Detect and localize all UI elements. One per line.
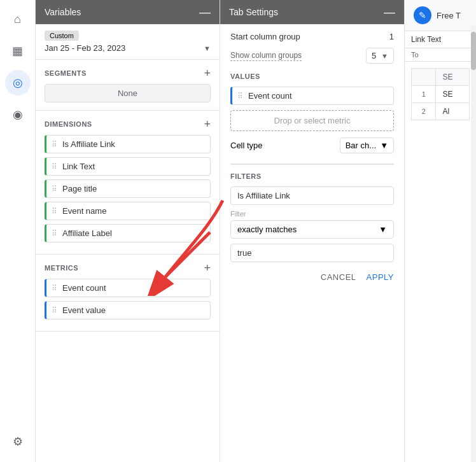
drag-handle-icon: ⠿ <box>52 207 57 216</box>
drag-handle-icon: ⠿ <box>52 140 57 149</box>
table-row: 2 Al <box>412 103 470 120</box>
cell-type-select[interactable]: Bar ch... ▼ <box>340 137 394 153</box>
apply-button[interactable]: APPLY <box>367 272 394 282</box>
dimension-item-0[interactable]: ⠿ Is Affiliate Link <box>45 135 211 153</box>
dimensions-section: DIMENSIONS + ⠿ Is Affiliate Link ⠿ Link … <box>36 111 220 255</box>
segments-section: SEGMENTS + None <box>36 60 220 111</box>
dimension-label-0: Is Affiliate Link <box>62 139 115 149</box>
chart-icon[interactable]: ▦ <box>5 38 31 64</box>
drag-handle-icon: ⠿ <box>52 162 57 171</box>
filter-operator-value: exactly matches <box>237 225 297 234</box>
filters-section: FILTERS Is Affiliate Link Filter exactly… <box>230 164 394 282</box>
scrollbar-thumb[interactable] <box>471 32 476 70</box>
segments-header: SEGMENTS + <box>45 67 211 79</box>
metric-label-1: Event value <box>62 305 106 315</box>
link-text-label: Link Text <box>405 31 476 48</box>
dimension-item-2[interactable]: ⠿ Page title <box>45 179 211 198</box>
metric-label-0: Event count <box>62 283 106 293</box>
date-range-text: Jan 25 - Feb 23, 2023 <box>45 43 125 53</box>
drag-handle-icon: ⠿ <box>52 284 57 293</box>
date-custom-label: Custom <box>45 31 79 41</box>
metrics-section: METRICS + ⠿ Event count ⠿ Event value <box>36 255 220 332</box>
row-val-1: SE <box>436 86 470 103</box>
tab-settings-panel: Tab Settings — Start column group 1 Show… <box>220 0 405 462</box>
metric-item-0[interactable]: ⠿ Event count <box>45 279 211 297</box>
add-dimension-button[interactable]: + <box>204 118 211 130</box>
variables-panel-header: Variables — <box>36 0 220 24</box>
filters-title: FILTERS <box>230 172 394 180</box>
cell-type-value: Bar ch... <box>346 141 376 150</box>
drag-handle-icon: ⠿ <box>52 185 57 193</box>
explore-icon[interactable]: ◎ <box>5 70 31 95</box>
row-num-2: 2 <box>412 103 436 120</box>
show-column-groups-label[interactable]: Show column groups <box>230 50 302 62</box>
drop-select-metric-box[interactable]: Drop or select metric <box>230 110 394 131</box>
cell-type-label: Cell type <box>230 141 263 150</box>
right-table: SE 1 SE 2 Al <box>405 62 476 462</box>
add-metric-button[interactable]: + <box>204 262 211 274</box>
drag-handle-icon: ⠿ <box>52 306 57 315</box>
filter-operator-chevron-icon: ▼ <box>379 225 387 234</box>
add-segment-button[interactable]: + <box>204 67 211 79</box>
show-column-groups-value: 5 <box>372 51 376 60</box>
dimension-label-3: Event name <box>62 206 106 216</box>
filter-dimension-chip[interactable]: Is Affiliate Link <box>230 186 394 205</box>
values-title: VALUES <box>230 73 394 80</box>
show-column-groups-select[interactable]: 5 ▼ <box>366 48 394 64</box>
table-header-num <box>412 69 436 86</box>
cell-type-row: Cell type Bar ch... ▼ <box>230 137 394 153</box>
tab-settings-collapse-btn[interactable]: — <box>384 6 395 18</box>
date-section: Custom Jan 25 - Feb 23, 2023 ▼ <box>36 24 220 60</box>
home-icon[interactable]: ⌂ <box>5 6 31 32</box>
start-column-group-label: Start column group <box>230 32 300 41</box>
no-segment-chip: None <box>45 84 211 102</box>
start-column-group-row: Start column group 1 <box>230 32 394 41</box>
values-section: VALUES ⠿ Event count Drop or select metr… <box>230 73 394 153</box>
row-num-1: 1 <box>412 86 436 103</box>
gear-icon[interactable]: ⚙ <box>5 429 31 454</box>
drag-handle-icon: ⠿ <box>52 229 57 238</box>
date-chevron-icon: ▼ <box>204 45 211 52</box>
show-column-groups-row: Show column groups 5 ▼ <box>230 48 394 64</box>
show-column-groups-chevron-icon: ▼ <box>381 52 388 60</box>
cancel-button[interactable]: CANCEL <box>321 272 356 282</box>
dimension-label-2: Page title <box>62 184 97 193</box>
filter-value-field[interactable]: true <box>230 244 394 262</box>
variables-title: Variables <box>45 7 81 17</box>
metrics-title: METRICS <box>45 264 78 272</box>
dimension-label-1: Link Text <box>62 162 95 171</box>
dimension-label-4: Affiliate Label <box>62 228 112 238</box>
metric-item-1[interactable]: ⠿ Event value <box>45 301 211 319</box>
total-label: To <box>405 48 476 62</box>
filter-operator-select[interactable]: exactly matches ▼ <box>230 220 394 239</box>
dimension-item-4[interactable]: ⠿ Affiliate Label <box>45 224 211 242</box>
scrollbar-track[interactable] <box>471 25 476 462</box>
tab-settings-body: Start column group 1 Show column groups … <box>220 24 404 290</box>
table-header-val: SE <box>436 69 470 86</box>
row-val-2: Al <box>436 103 470 120</box>
cell-type-chevron-icon: ▼ <box>380 141 388 150</box>
right-panel: ✎ Free T Link Text To SE 1 SE <box>405 0 476 462</box>
edit-icon: ✎ <box>414 6 431 24</box>
right-panel-title: Free T <box>437 11 461 20</box>
dimensions-title: DIMENSIONS <box>45 120 92 128</box>
tab-settings-title: Tab Settings <box>229 7 278 17</box>
metrics-header: METRICS + <box>45 262 211 274</box>
filter-actions: CANCEL APPLY <box>230 270 394 282</box>
variables-collapse-btn[interactable]: — <box>199 6 211 18</box>
values-metric-chip[interactable]: ⠿ Event count <box>230 87 394 105</box>
filter-label: Filter <box>230 210 394 218</box>
target-icon[interactable]: ◉ <box>5 102 31 127</box>
variables-panel: Variables — Custom Jan 25 - Feb 23, 2023… <box>36 0 220 462</box>
drag-handle-icon: ⠿ <box>237 92 243 101</box>
values-metric-label: Event count <box>248 91 292 101</box>
dimensions-header: DIMENSIONS + <box>45 118 211 130</box>
tab-settings-header: Tab Settings — <box>220 0 404 24</box>
dimension-item-1[interactable]: ⠿ Link Text <box>45 157 211 176</box>
start-column-group-value[interactable]: 1 <box>389 32 394 41</box>
left-navigation: ⌂ ▦ ◎ ◉ ⚙ <box>0 0 36 462</box>
table-row: 1 SE <box>412 86 470 103</box>
dimension-item-3[interactable]: ⠿ Event name <box>45 202 211 220</box>
segments-title: SEGMENTS <box>45 69 87 77</box>
date-range-row[interactable]: Jan 25 - Feb 23, 2023 ▼ <box>45 43 211 53</box>
